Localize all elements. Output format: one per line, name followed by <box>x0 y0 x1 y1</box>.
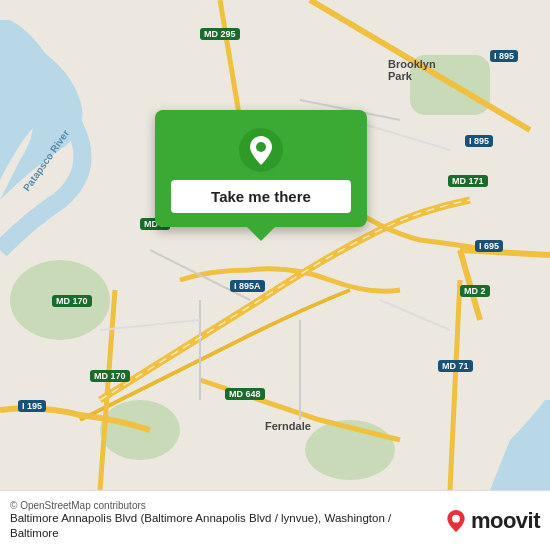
map-container: MD 295 I 895 I 895 I 695 MD 171 I 895B I… <box>0 0 550 490</box>
road-label-md295: MD 295 <box>200 28 240 40</box>
location-popup: Take me there <box>155 110 367 227</box>
svg-point-21 <box>452 514 460 522</box>
moovit-brand-text: moovit <box>471 508 540 534</box>
road-label-md171: MD 171 <box>448 175 488 187</box>
road-label-md170b: MD 170 <box>90 370 130 382</box>
moovit-logo: moovit <box>445 508 540 534</box>
copyright-text: © OpenStreetMap contributors <box>10 500 431 511</box>
road-label-i895a: I 895A <box>230 280 265 292</box>
road-label-i895-top: I 895 <box>465 135 493 147</box>
svg-point-20 <box>256 142 266 152</box>
location-pin-icon <box>239 128 283 172</box>
take-me-there-button[interactable]: Take me there <box>171 180 351 213</box>
road-label-md648: MD 648 <box>225 388 265 400</box>
road-label-md2a: MD 2 <box>460 285 490 297</box>
address-text: Baltimore Annapolis Blvd (Baltimore Anna… <box>10 511 439 541</box>
road-label-i895-ne: I 895 <box>490 50 518 62</box>
road-label-md170a: MD 170 <box>52 295 92 307</box>
bottom-bar: © OpenStreetMap contributors Baltimore A… <box>0 490 550 550</box>
road-label-i195: I 195 <box>18 400 46 412</box>
road-label-md71: MD 71 <box>438 360 473 372</box>
road-label-i695: I 695 <box>475 240 503 252</box>
moovit-pin-icon <box>445 510 467 532</box>
